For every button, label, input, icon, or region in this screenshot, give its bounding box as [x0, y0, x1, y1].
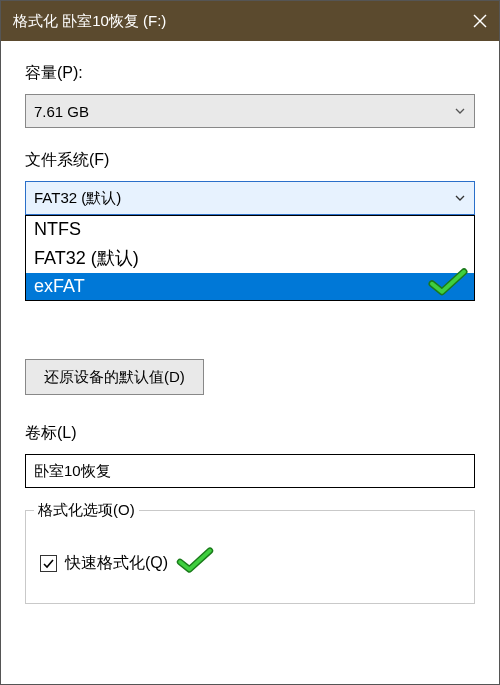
- filesystem-select[interactable]: FAT32 (默认): [25, 181, 475, 215]
- titlebar: 格式化 卧室10恢复 (F:): [1, 1, 499, 41]
- quick-format-row[interactable]: 快速格式化(Q): [40, 547, 460, 579]
- filesystem-label: 文件系统(F): [25, 150, 475, 171]
- quick-format-label: 快速格式化(Q): [65, 553, 168, 574]
- volume-label-label: 卷标(L): [25, 423, 475, 444]
- capacity-select[interactable]: 7.61 GB: [25, 94, 475, 128]
- volume-label-input[interactable]: 卧室10恢复: [25, 454, 475, 488]
- filesystem-option-ntfs[interactable]: NTFS: [26, 216, 474, 243]
- quick-format-checkbox[interactable]: [40, 555, 57, 572]
- filesystem-option-fat32[interactable]: FAT32 (默认): [26, 243, 474, 273]
- checkmark-icon: [428, 267, 468, 302]
- volume-label-value: 卧室10恢复: [34, 462, 111, 481]
- checkmark-icon: [176, 547, 214, 579]
- restore-defaults-label: 还原设备的默认值(D): [44, 368, 185, 387]
- chevron-down-icon: [454, 195, 466, 201]
- capacity-label: 容量(P):: [25, 63, 475, 84]
- option-label: exFAT: [34, 276, 85, 296]
- format-options-legend: 格式化选项(O): [34, 501, 139, 520]
- filesystem-selected-value: FAT32 (默认): [34, 189, 454, 208]
- window-title: 格式化 卧室10恢复 (F:): [13, 12, 461, 31]
- dialog-body: 容量(P): 7.61 GB 文件系统(F) FAT32 (默认) NTFS F…: [1, 41, 499, 684]
- filesystem-block: FAT32 (默认) NTFS FAT32 (默认) exFAT: [25, 181, 475, 215]
- format-dialog: 格式化 卧室10恢复 (F:) 容量(P): 7.61 GB 文件系统(F) F…: [0, 0, 500, 685]
- capacity-value: 7.61 GB: [34, 103, 454, 120]
- filesystem-dropdown: NTFS FAT32 (默认) exFAT: [25, 215, 475, 301]
- chevron-down-icon: [454, 108, 466, 114]
- close-icon[interactable]: [461, 1, 499, 41]
- format-options-group: 格式化选项(O) 快速格式化(Q): [25, 510, 475, 604]
- filesystem-option-exfat[interactable]: exFAT: [26, 273, 474, 300]
- restore-defaults-button[interactable]: 还原设备的默认值(D): [25, 359, 204, 395]
